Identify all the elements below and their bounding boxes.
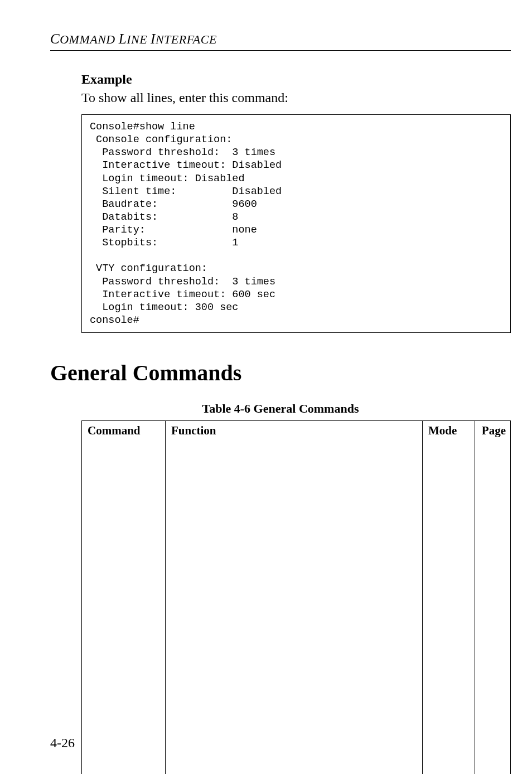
commands-table: Command Function Mode Page enable Activa… [81,420,511,774]
console-output: Console#show line Console configuration:… [81,114,511,333]
example-lead-text: To show all lines, enter this command: [81,90,511,105]
running-head: COMMAND LINE INTERFACE [50,31,511,47]
example-heading: Example [81,72,511,87]
page-container: COMMAND LINE INTERFACE Example To show a… [0,0,532,774]
col-header-page: Page [475,421,511,775]
col-header-command: Command [82,421,166,775]
page-number: 4-26 [50,736,75,751]
table-header-row: Command Function Mode Page [82,421,511,775]
col-header-function: Function [166,421,423,775]
col-header-mode: Mode [423,421,475,775]
section-heading: General Commands [50,360,511,386]
table-caption: Table 4-6 General Commands [50,401,511,416]
header-rule [50,50,511,51]
